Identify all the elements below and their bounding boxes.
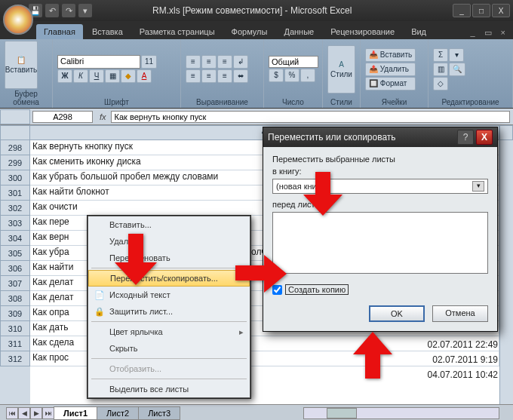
tab-data[interactable]: Данные — [276, 24, 321, 39]
row-header[interactable]: 307 — [0, 276, 30, 291]
row-header[interactable]: 298 — [0, 140, 30, 155]
hscroll-thumb[interactable] — [327, 408, 357, 418]
tab-nav-prev[interactable]: ◀ — [18, 407, 30, 419]
tab-nav-last[interactable]: ⏭ — [42, 407, 54, 419]
row-header[interactable]: 302 — [0, 201, 30, 216]
styles-button[interactable]: AСтили — [327, 45, 355, 94]
fill-button[interactable]: ▥ — [433, 63, 448, 76]
underline-button[interactable]: Ч — [89, 69, 104, 83]
tab-review[interactable]: Рецензирование — [323, 24, 402, 39]
italic-button[interactable]: К — [73, 69, 88, 83]
vscroll-up[interactable] — [499, 125, 513, 140]
tab-nav-next[interactable]: ▶ — [30, 407, 42, 419]
sheet-tab-1[interactable]: Лист1 — [54, 406, 97, 420]
cells-insert-button[interactable]: 📥 Вставить — [365, 48, 416, 62]
context-menu-item[interactable]: Скрыть — [88, 340, 250, 357]
autosum-button[interactable]: Σ — [433, 48, 448, 62]
doc-restore-button[interactable]: ▭ — [481, 26, 495, 39]
border-button[interactable]: ▦ — [105, 69, 120, 83]
office-button[interactable] — [3, 5, 33, 35]
row-header[interactable]: 310 — [0, 321, 30, 336]
context-menu-item[interactable]: Цвет ярлычка▸ — [88, 323, 250, 340]
cancel-button[interactable]: Отмена — [432, 305, 488, 322]
wrap-text-button[interactable]: ↲ — [233, 55, 248, 69]
comma-button[interactable]: , — [300, 69, 315, 82]
font-color-button[interactable]: A — [137, 69, 152, 83]
sheet-tab-3[interactable]: Лист3 — [138, 406, 180, 420]
book-combo[interactable]: (новая книга) ▾ — [272, 179, 488, 194]
ribbon-tabs: Главная Вставка Разметка страницы Формул… — [0, 21, 513, 39]
context-menu-item[interactable]: 📄Исходный текст — [88, 287, 250, 303]
percent-button[interactable]: % — [284, 69, 300, 82]
tab-view[interactable]: Вид — [404, 24, 434, 39]
align-bottom-button[interactable]: ≡ — [217, 55, 232, 69]
row-header[interactable]: 305 — [0, 246, 30, 261]
row-header[interactable]: 308 — [0, 291, 30, 306]
row-header[interactable]: 312 — [0, 351, 30, 366]
row-header[interactable]: 309 — [0, 306, 30, 321]
context-menu-item[interactable]: Переместить/скопировать... — [88, 270, 250, 287]
align-left-button[interactable]: ≡ — [186, 69, 201, 83]
cells-delete-button[interactable]: 📤 Удалить — [365, 63, 416, 76]
bold-button[interactable]: Ж — [57, 69, 72, 83]
maximize-button[interactable]: □ — [472, 4, 490, 17]
tab-layout[interactable]: Разметка страницы — [132, 24, 223, 39]
currency-button[interactable]: $ — [269, 69, 284, 82]
cells-format-button[interactable]: 🔲 Формат — [365, 77, 416, 90]
formula-input[interactable]: Как вернуть кнопку пуск — [111, 111, 510, 123]
dialog-help-button[interactable]: ? — [457, 130, 474, 145]
dialog-title-bar[interactable]: Переместить или скопировать ? X — [263, 127, 497, 147]
align-right-button[interactable]: ≡ — [217, 69, 232, 83]
ok-button[interactable]: OK — [369, 305, 425, 322]
dialog-close-button[interactable]: X — [476, 130, 493, 145]
tab-nav-first[interactable]: ⏮ — [6, 407, 18, 419]
sort-filter-button[interactable]: ▾ — [449, 48, 464, 62]
align-middle-button[interactable]: ≡ — [201, 55, 217, 69]
row-header[interactable]: 303 — [0, 216, 30, 231]
context-menu-item[interactable]: Вставить... — [88, 216, 250, 233]
font-size-combo[interactable]: 11 — [141, 55, 157, 69]
horizontal-scrollbar[interactable] — [303, 407, 499, 419]
row-header[interactable]: 304 — [0, 231, 30, 246]
close-button[interactable]: X — [492, 4, 510, 17]
sheet-tab-2[interactable]: Лист2 — [97, 406, 139, 420]
row-header[interactable]: 311 — [0, 336, 30, 351]
menu-item-label: Выделить все листы — [109, 385, 189, 394]
name-box[interactable]: A298 — [32, 111, 93, 123]
doc-close-button[interactable]: × — [498, 26, 508, 39]
select-all-corner[interactable] — [0, 109, 30, 124]
font-name-combo[interactable]: Calibri — [57, 55, 140, 69]
tab-formulas[interactable]: Формулы — [224, 24, 275, 39]
before-sheet-list[interactable] — [272, 212, 488, 274]
vertical-scrollbar[interactable] — [499, 140, 513, 404]
align-center-button[interactable]: ≡ — [201, 69, 217, 83]
find-button[interactable]: 🔍 — [449, 63, 465, 76]
fx-icon[interactable]: fx — [95, 112, 111, 121]
doc-minimize-button[interactable]: _ — [467, 26, 478, 39]
redo-icon[interactable]: ↷ — [62, 4, 75, 17]
context-menu-item[interactable]: Выделить все листы — [88, 381, 250, 397]
row-header[interactable]: 301 — [0, 185, 30, 201]
tab-insert[interactable]: Вставка — [84, 24, 131, 39]
minimize-button[interactable]: _ — [453, 4, 471, 17]
number-format-combo[interactable]: Общий — [269, 56, 318, 68]
align-top-button[interactable]: ≡ — [186, 55, 201, 69]
row-header[interactable]: 300 — [0, 170, 30, 185]
undo-icon[interactable]: ↶ — [45, 4, 59, 17]
dialog-title: Переместить или скопировать — [268, 132, 396, 143]
chevron-down-icon[interactable]: ▾ — [472, 181, 484, 192]
create-copy-checkbox[interactable] — [272, 285, 282, 295]
paste-button[interactable]: 📋Вставить — [5, 41, 38, 89]
qat-dropdown-icon[interactable]: ▾ — [78, 4, 92, 17]
context-menu-item[interactable]: Удалить — [88, 233, 250, 250]
context-menu-item[interactable]: Переименовать — [88, 250, 250, 266]
row-header[interactable]: 306 — [0, 261, 30, 276]
select-all-triangle[interactable] — [0, 125, 30, 140]
row-header[interactable]: 299 — [0, 155, 30, 170]
merge-button[interactable]: ⬌ — [233, 69, 248, 83]
tab-home[interactable]: Главная — [36, 24, 83, 39]
clear-button[interactable]: ◇ — [433, 77, 448, 90]
fill-color-button[interactable]: ◆ — [121, 69, 136, 83]
context-menu-item[interactable]: 🔒Защитить лист... — [88, 303, 250, 320]
menu-item-icon: 📄 — [94, 290, 109, 300]
